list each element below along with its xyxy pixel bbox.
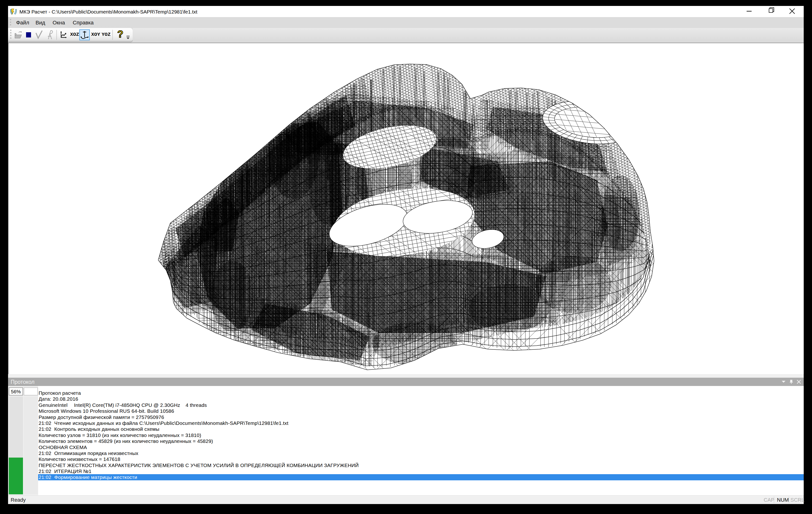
svg-text:?: ?: [117, 29, 123, 39]
